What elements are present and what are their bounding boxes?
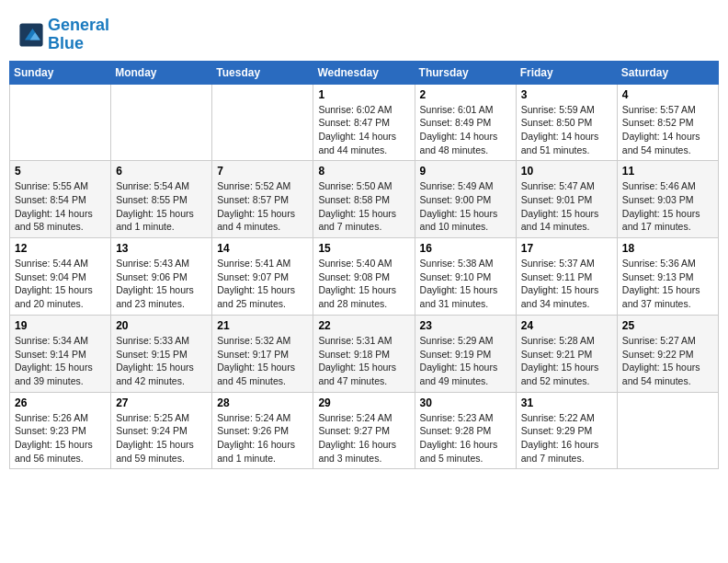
weekday-header: Thursday	[415, 61, 516, 84]
day-number: 3	[521, 88, 612, 101]
calendar-week-row: 26Sunrise: 5:26 AMSunset: 9:23 PMDayligh…	[10, 392, 719, 469]
day-number: 7	[217, 165, 308, 178]
calendar-cell: 1Sunrise: 6:02 AMSunset: 8:47 PMDaylight…	[313, 84, 415, 161]
day-number: 6	[116, 165, 207, 178]
calendar-cell: 27Sunrise: 5:25 AMSunset: 9:24 PMDayligh…	[111, 392, 212, 469]
day-info: Sunrise: 5:28 AMSunset: 9:21 PMDaylight:…	[521, 334, 612, 388]
day-info: Sunrise: 5:55 AMSunset: 8:54 PMDaylight:…	[15, 179, 106, 234]
day-number: 31	[521, 396, 612, 409]
day-info: Sunrise: 5:54 AMSunset: 8:55 PMDaylight:…	[116, 179, 207, 234]
day-info: Sunrise: 5:40 AMSunset: 9:08 PMDaylight:…	[318, 257, 409, 311]
day-info: Sunrise: 5:24 AMSunset: 9:27 PMDaylight:…	[318, 411, 409, 465]
day-info: Sunrise: 5:24 AMSunset: 9:26 PMDaylight:…	[217, 411, 308, 465]
calendar-cell: 26Sunrise: 5:26 AMSunset: 9:23 PMDayligh…	[10, 392, 111, 469]
weekday-header: Saturday	[617, 61, 718, 84]
day-number: 18	[622, 242, 713, 255]
day-number: 25	[622, 319, 713, 332]
calendar-week-row: 1Sunrise: 6:02 AMSunset: 8:47 PMDaylight…	[10, 84, 719, 161]
day-number: 17	[521, 242, 612, 255]
weekday-header: Wednesday	[313, 61, 415, 84]
day-number: 21	[217, 319, 308, 332]
day-number: 1	[318, 88, 409, 101]
calendar-week-row: 12Sunrise: 5:44 AMSunset: 9:04 PMDayligh…	[10, 238, 719, 316]
calendar-cell: 17Sunrise: 5:37 AMSunset: 9:11 PMDayligh…	[516, 238, 617, 316]
calendar-cell: 12Sunrise: 5:44 AMSunset: 9:04 PMDayligh…	[10, 238, 111, 316]
day-info: Sunrise: 5:52 AMSunset: 8:57 PMDaylight:…	[217, 179, 308, 234]
day-number: 30	[420, 396, 511, 409]
calendar-table: SundayMondayTuesdayWednesdayThursdayFrid…	[9, 61, 719, 470]
calendar-cell: 11Sunrise: 5:46 AMSunset: 9:03 PMDayligh…	[617, 161, 718, 238]
calendar-cell: 18Sunrise: 5:36 AMSunset: 9:13 PMDayligh…	[617, 238, 718, 316]
logo-text: General Blue	[48, 17, 109, 53]
day-info: Sunrise: 6:02 AMSunset: 8:47 PMDaylight:…	[318, 103, 409, 157]
day-number: 9	[420, 165, 511, 178]
day-number: 23	[420, 319, 511, 332]
day-number: 20	[116, 319, 207, 332]
day-info: Sunrise: 5:47 AMSunset: 9:01 PMDaylight:…	[521, 179, 612, 234]
day-info: Sunrise: 5:36 AMSunset: 9:13 PMDaylight:…	[622, 257, 713, 311]
day-number: 28	[217, 396, 308, 409]
calendar-cell: 20Sunrise: 5:33 AMSunset: 9:15 PMDayligh…	[111, 315, 212, 392]
day-info: Sunrise: 6:01 AMSunset: 8:49 PMDaylight:…	[420, 103, 511, 157]
weekday-header: Monday	[111, 61, 212, 84]
calendar-cell: 16Sunrise: 5:38 AMSunset: 9:10 PMDayligh…	[415, 238, 516, 316]
weekday-header: Sunday	[10, 61, 111, 84]
day-number: 19	[15, 319, 106, 332]
day-number: 2	[420, 88, 511, 101]
calendar-cell: 21Sunrise: 5:32 AMSunset: 9:17 PMDayligh…	[212, 315, 313, 392]
day-info: Sunrise: 5:33 AMSunset: 9:15 PMDaylight:…	[116, 334, 207, 388]
calendar-cell	[111, 84, 212, 161]
day-number: 10	[521, 165, 612, 178]
day-info: Sunrise: 5:43 AMSunset: 9:06 PMDaylight:…	[116, 257, 207, 311]
day-number: 24	[521, 319, 612, 332]
day-number: 22	[318, 319, 409, 332]
day-number: 12	[15, 242, 106, 255]
day-info: Sunrise: 5:34 AMSunset: 9:14 PMDaylight:…	[15, 334, 106, 388]
day-number: 16	[420, 242, 511, 255]
calendar-cell: 22Sunrise: 5:31 AMSunset: 9:18 PMDayligh…	[313, 315, 415, 392]
day-number: 26	[15, 396, 106, 409]
calendar-cell: 7Sunrise: 5:52 AMSunset: 8:57 PMDaylight…	[212, 161, 313, 238]
day-info: Sunrise: 5:22 AMSunset: 9:29 PMDaylight:…	[521, 411, 612, 465]
calendar-week-row: 5Sunrise: 5:55 AMSunset: 8:54 PMDaylight…	[10, 161, 719, 238]
calendar-cell: 5Sunrise: 5:55 AMSunset: 8:54 PMDaylight…	[10, 161, 111, 238]
calendar-cell: 9Sunrise: 5:49 AMSunset: 9:00 PMDaylight…	[415, 161, 516, 238]
calendar-cell	[617, 392, 718, 469]
day-number: 8	[318, 165, 409, 178]
logo: General Blue	[18, 17, 109, 53]
logo-icon	[18, 22, 44, 48]
day-info: Sunrise: 5:31 AMSunset: 9:18 PMDaylight:…	[318, 334, 409, 388]
day-info: Sunrise: 5:44 AMSunset: 9:04 PMDaylight:…	[15, 257, 106, 311]
day-info: Sunrise: 5:25 AMSunset: 9:24 PMDaylight:…	[116, 411, 207, 465]
calendar-cell: 6Sunrise: 5:54 AMSunset: 8:55 PMDaylight…	[111, 161, 212, 238]
calendar-cell: 8Sunrise: 5:50 AMSunset: 8:58 PMDaylight…	[313, 161, 415, 238]
day-info: Sunrise: 5:49 AMSunset: 9:00 PMDaylight:…	[420, 179, 511, 234]
day-number: 15	[318, 242, 409, 255]
calendar-cell: 15Sunrise: 5:40 AMSunset: 9:08 PMDayligh…	[313, 238, 415, 316]
calendar-cell: 13Sunrise: 5:43 AMSunset: 9:06 PMDayligh…	[111, 238, 212, 316]
calendar-cell: 19Sunrise: 5:34 AMSunset: 9:14 PMDayligh…	[10, 315, 111, 392]
calendar-cell	[212, 84, 313, 161]
calendar-cell	[10, 84, 111, 161]
day-number: 13	[116, 242, 207, 255]
day-info: Sunrise: 5:38 AMSunset: 9:10 PMDaylight:…	[420, 257, 511, 311]
weekday-header-row: SundayMondayTuesdayWednesdayThursdayFrid…	[10, 61, 719, 84]
day-info: Sunrise: 5:23 AMSunset: 9:28 PMDaylight:…	[420, 411, 511, 465]
day-info: Sunrise: 5:27 AMSunset: 9:22 PMDaylight:…	[622, 334, 713, 388]
calendar-cell: 4Sunrise: 5:57 AMSunset: 8:52 PMDaylight…	[617, 84, 718, 161]
day-info: Sunrise: 5:57 AMSunset: 8:52 PMDaylight:…	[622, 103, 713, 157]
day-info: Sunrise: 5:59 AMSunset: 8:50 PMDaylight:…	[521, 103, 612, 157]
calendar-cell: 2Sunrise: 6:01 AMSunset: 8:49 PMDaylight…	[415, 84, 516, 161]
calendar-cell: 10Sunrise: 5:47 AMSunset: 9:01 PMDayligh…	[516, 161, 617, 238]
calendar-cell: 29Sunrise: 5:24 AMSunset: 9:27 PMDayligh…	[313, 392, 415, 469]
calendar-cell: 30Sunrise: 5:23 AMSunset: 9:28 PMDayligh…	[415, 392, 516, 469]
day-info: Sunrise: 5:41 AMSunset: 9:07 PMDaylight:…	[217, 257, 308, 311]
day-number: 5	[15, 165, 106, 178]
day-info: Sunrise: 5:46 AMSunset: 9:03 PMDaylight:…	[622, 179, 713, 234]
day-number: 4	[622, 88, 713, 101]
day-info: Sunrise: 5:37 AMSunset: 9:11 PMDaylight:…	[521, 257, 612, 311]
calendar-cell: 23Sunrise: 5:29 AMSunset: 9:19 PMDayligh…	[415, 315, 516, 392]
calendar-cell: 31Sunrise: 5:22 AMSunset: 9:29 PMDayligh…	[516, 392, 617, 469]
day-info: Sunrise: 5:32 AMSunset: 9:17 PMDaylight:…	[217, 334, 308, 388]
calendar-cell: 24Sunrise: 5:28 AMSunset: 9:21 PMDayligh…	[516, 315, 617, 392]
